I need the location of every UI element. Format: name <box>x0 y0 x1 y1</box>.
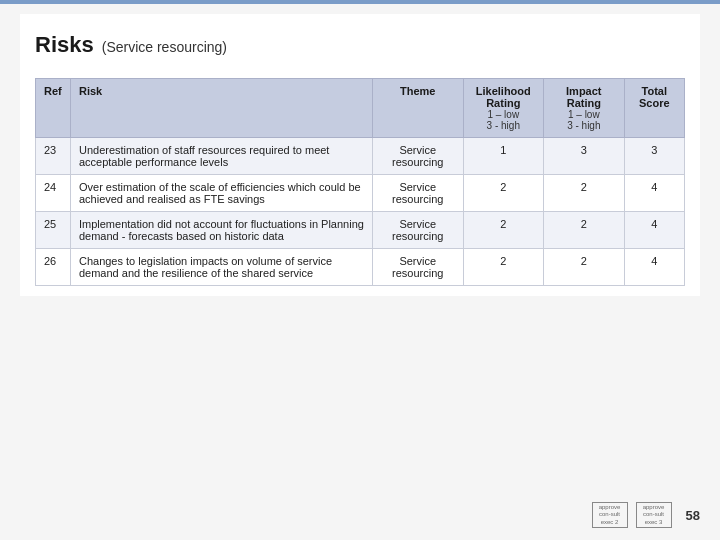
cell-risk: Underestimation of staff resources requi… <box>70 138 372 175</box>
page-number: 58 <box>686 508 700 523</box>
th-theme: Theme <box>372 79 463 138</box>
page-container: Risks (Service resourcing) Ref Risk Them… <box>0 0 720 540</box>
logo-box-2: approvecon-sultexec 3 <box>636 502 672 528</box>
cell-ref: 24 <box>36 175 71 212</box>
logo-box-1: approvecon-sultexec 2 <box>592 502 628 528</box>
th-likelihood: Likelihood Rating 1 – low 3 - high <box>463 79 544 138</box>
cell-likelihood: 2 <box>463 212 544 249</box>
cell-likelihood: 2 <box>463 249 544 286</box>
th-risk: Risk <box>70 79 372 138</box>
th-total: Total Score <box>624 79 684 138</box>
cell-theme: Service resourcing <box>372 175 463 212</box>
cell-ref: 23 <box>36 138 71 175</box>
cell-total: 4 <box>624 175 684 212</box>
table-row: 25Implementation did not account for flu… <box>36 212 685 249</box>
cell-theme: Service resourcing <box>372 138 463 175</box>
cell-risk: Implementation did not account for fluct… <box>70 212 372 249</box>
th-ref: Ref <box>36 79 71 138</box>
cell-theme: Service resourcing <box>372 249 463 286</box>
top-accent-bar <box>0 0 720 4</box>
cell-risk: Changes to legislation impacts on volume… <box>70 249 372 286</box>
table-row: 26Changes to legislation impacts on volu… <box>36 249 685 286</box>
page-title-sub: (Service resourcing) <box>102 39 227 55</box>
cell-likelihood: 2 <box>463 175 544 212</box>
table-row: 23Underestimation of staff resources req… <box>36 138 685 175</box>
cell-risk: Over estimation of the scale of efficien… <box>70 175 372 212</box>
footer-logo-2: approvecon-sultexec 3 <box>636 502 672 528</box>
footer-area: approvecon-sultexec 2 approvecon-sultexe… <box>592 502 700 528</box>
cell-impact: 2 <box>544 212 625 249</box>
cell-impact: 2 <box>544 175 625 212</box>
page-title-main: Risks <box>35 32 94 58</box>
page-title-area: Risks (Service resourcing) <box>35 24 685 64</box>
cell-total: 4 <box>624 249 684 286</box>
cell-likelihood: 1 <box>463 138 544 175</box>
cell-impact: 2 <box>544 249 625 286</box>
table-row: 24Over estimation of the scale of effici… <box>36 175 685 212</box>
cell-total: 3 <box>624 138 684 175</box>
cell-ref: 25 <box>36 212 71 249</box>
cell-total: 4 <box>624 212 684 249</box>
th-impact: Impact Rating 1 – low 3 - high <box>544 79 625 138</box>
cell-theme: Service resourcing <box>372 212 463 249</box>
footer-logo-1: approvecon-sultexec 2 <box>592 502 628 528</box>
content-area: Risks (Service resourcing) Ref Risk Them… <box>20 14 700 296</box>
risks-table: Ref Risk Theme Likelihood Rating 1 – low… <box>35 78 685 286</box>
cell-impact: 3 <box>544 138 625 175</box>
cell-ref: 26 <box>36 249 71 286</box>
